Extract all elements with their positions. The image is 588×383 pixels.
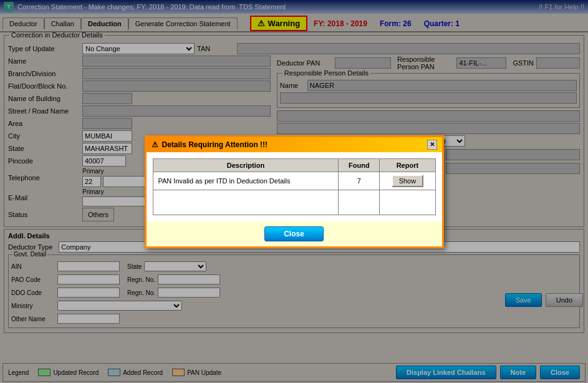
modal-overlay: ⚠ Details Requiring Attention !!! ✕ Desc… xyxy=(0,0,588,383)
row-report-cell: Show xyxy=(380,172,435,190)
modal-dialog: ⚠ Details Requiring Attention !!! ✕ Desc… xyxy=(145,135,444,248)
col-report: Report xyxy=(380,158,435,172)
row-found: 7 xyxy=(339,172,380,190)
modal-close-button[interactable]: Close xyxy=(264,226,324,241)
table-row: PAN Invalid as per ITD in Deduction Deta… xyxy=(153,172,435,190)
modal-titlebar: ⚠ Details Requiring Attention !!! ✕ xyxy=(147,137,442,152)
modal-table: Description Found Report PAN Invalid as … xyxy=(153,158,436,215)
modal-body: Description Found Report PAN Invalid as … xyxy=(147,152,442,221)
row-description: PAN Invalid as per ITD in Deduction Deta… xyxy=(153,172,339,190)
show-button[interactable]: Show xyxy=(392,175,424,187)
modal-footer: Close xyxy=(147,221,442,246)
empty-row xyxy=(153,190,435,215)
col-description: Description xyxy=(153,158,339,172)
modal-title: Details Requiring Attention !!! xyxy=(162,140,268,149)
modal-warning-icon: ⚠ xyxy=(152,140,158,149)
col-found: Found xyxy=(339,158,380,172)
modal-close-x-button[interactable]: ✕ xyxy=(427,140,437,150)
